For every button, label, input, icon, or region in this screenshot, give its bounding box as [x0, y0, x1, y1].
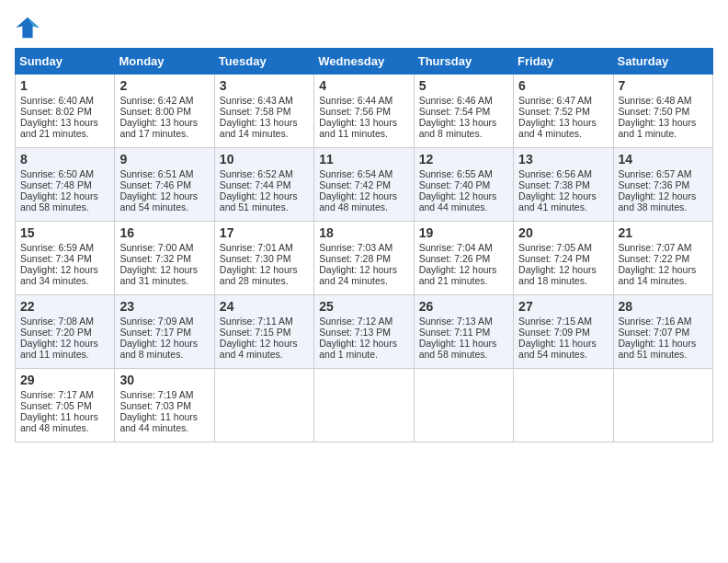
day-number: 13 — [518, 152, 608, 167]
day-info-line: Daylight: 13 hours — [518, 117, 608, 128]
calendar-cell: 19Sunrise: 7:04 AMSunset: 7:26 PMDayligh… — [414, 222, 513, 295]
day-info-line: Sunrise: 7:01 AM — [220, 242, 309, 253]
day-info-line: Daylight: 12 hours — [119, 338, 209, 349]
day-info-line: Sunrise: 7:17 AM — [20, 389, 109, 400]
calendar-cell: 9Sunrise: 6:51 AMSunset: 7:46 PMDaylight… — [115, 148, 214, 222]
day-info-line: and 14 minutes. — [220, 128, 309, 139]
day-info-line: Daylight: 12 hours — [518, 190, 608, 201]
day-number: 30 — [119, 373, 209, 387]
day-number: 25 — [319, 299, 408, 314]
day-info-line: Daylight: 12 hours — [619, 190, 708, 201]
day-info-line: Sunset: 7:50 PM — [619, 106, 708, 117]
day-info-line: Daylight: 12 hours — [619, 264, 708, 275]
day-info-line: and 1 minute. — [319, 349, 408, 360]
calendar-cell: 16Sunrise: 7:00 AMSunset: 7:32 PMDayligh… — [115, 222, 214, 295]
calendar-cell: 3Sunrise: 6:43 AMSunset: 7:58 PMDaylight… — [214, 75, 313, 148]
calendar-cell: 22Sunrise: 7:08 AMSunset: 7:20 PMDayligh… — [16, 295, 115, 369]
calendar-cell: 13Sunrise: 6:56 AMSunset: 7:38 PMDayligh… — [514, 148, 613, 222]
calendar-cell: 7Sunrise: 6:48 AMSunset: 7:50 PMDaylight… — [613, 75, 712, 148]
day-info-line: Sunrise: 7:05 AM — [518, 242, 608, 253]
calendar-cell: 21Sunrise: 7:07 AMSunset: 7:22 PMDayligh… — [613, 222, 712, 295]
day-info-line: Daylight: 12 hours — [119, 264, 209, 275]
calendar-cell: 30Sunrise: 7:19 AMSunset: 7:03 PMDayligh… — [115, 369, 214, 442]
day-number: 2 — [119, 78, 209, 93]
day-info-line: Sunset: 7:22 PM — [619, 253, 708, 264]
day-info-line: and 24 minutes. — [319, 275, 408, 286]
day-number: 23 — [119, 299, 209, 314]
day-info-line: Sunrise: 7:16 AM — [619, 316, 708, 327]
day-number: 24 — [220, 299, 309, 314]
day-info-line: and 14 minutes. — [619, 275, 708, 286]
calendar-cell: 29Sunrise: 7:17 AMSunset: 7:05 PMDayligh… — [16, 369, 115, 442]
day-info-line: and 48 minutes. — [319, 201, 408, 213]
day-number: 3 — [220, 78, 309, 93]
calendar-cell — [613, 369, 712, 442]
day-info-line: Sunrise: 7:04 AM — [419, 242, 508, 253]
day-info-line: Sunrise: 6:52 AM — [220, 168, 309, 179]
day-info-line: Sunrise: 7:03 AM — [319, 242, 408, 253]
day-number: 11 — [319, 152, 408, 167]
day-info-line: Sunrise: 7:15 AM — [518, 316, 608, 327]
day-info-line: and 8 minutes. — [419, 128, 508, 139]
col-header-thursday: Thursday — [414, 49, 513, 75]
calendar-cell: 5Sunrise: 6:46 AMSunset: 7:54 PMDaylight… — [414, 75, 513, 148]
day-info-line: Daylight: 13 hours — [119, 117, 209, 128]
day-info-line: Sunrise: 7:11 AM — [220, 316, 309, 327]
day-info-line: Daylight: 13 hours — [619, 117, 708, 128]
calendar-cell: 20Sunrise: 7:05 AMSunset: 7:24 PMDayligh… — [514, 222, 613, 295]
calendar-week-row: 1Sunrise: 6:40 AMSunset: 8:02 PMDaylight… — [16, 75, 713, 148]
calendar-cell: 1Sunrise: 6:40 AMSunset: 8:02 PMDaylight… — [16, 75, 115, 148]
day-info-line: Daylight: 12 hours — [419, 264, 508, 275]
day-info-line: Sunrise: 7:09 AM — [119, 316, 209, 327]
page-header — [15, 15, 713, 40]
day-info-line: Daylight: 12 hours — [20, 190, 109, 201]
day-info-line: Sunset: 7:07 PM — [619, 327, 708, 338]
day-info-line: Daylight: 11 hours — [419, 338, 508, 349]
day-info-line: and 21 minutes. — [20, 128, 109, 139]
day-info-line: Sunset: 7:03 PM — [119, 400, 209, 411]
day-number: 21 — [619, 225, 708, 240]
day-info-line: and 11 minutes. — [319, 128, 408, 139]
day-number: 14 — [619, 152, 708, 167]
calendar-cell: 23Sunrise: 7:09 AMSunset: 7:17 PMDayligh… — [115, 295, 214, 369]
calendar-cell: 2Sunrise: 6:42 AMSunset: 8:00 PMDaylight… — [115, 75, 214, 148]
day-info-line: Sunrise: 7:19 AM — [119, 389, 209, 400]
day-info-line: Sunset: 7:48 PM — [20, 179, 109, 190]
calendar-cell: 10Sunrise: 6:52 AMSunset: 7:44 PMDayligh… — [214, 148, 313, 222]
day-info-line: Daylight: 12 hours — [20, 338, 109, 349]
calendar-table: SundayMondayTuesdayWednesdayThursdayFrid… — [15, 48, 713, 442]
day-info-line: Sunset: 7:54 PM — [419, 106, 508, 117]
day-info-line: Daylight: 12 hours — [419, 190, 508, 201]
day-info-line: and 54 minutes. — [518, 349, 608, 360]
day-info-line: Sunrise: 6:47 AM — [518, 95, 608, 106]
day-info-line: and 11 minutes. — [20, 349, 109, 360]
day-info-line: and 28 minutes. — [220, 275, 309, 286]
day-info-line: Sunrise: 6:59 AM — [20, 242, 109, 253]
day-info-line: and 51 minutes. — [619, 349, 708, 360]
day-info-line: Sunset: 7:30 PM — [220, 253, 309, 264]
day-info-line: Sunset: 7:38 PM — [518, 179, 608, 190]
day-info-line: Sunrise: 7:13 AM — [419, 316, 508, 327]
day-info-line: Sunset: 7:24 PM — [518, 253, 608, 264]
day-number: 7 — [619, 78, 708, 93]
day-info-line: and 17 minutes. — [119, 128, 209, 139]
day-info-line: Sunset: 7:34 PM — [20, 253, 109, 264]
day-info-line: Sunset: 7:44 PM — [220, 179, 309, 190]
day-number: 10 — [220, 152, 309, 167]
day-info-line: Sunset: 7:36 PM — [619, 179, 708, 190]
day-info-line: Sunset: 7:42 PM — [319, 179, 408, 190]
day-info-line: and 4 minutes. — [220, 349, 309, 360]
calendar-week-row: 29Sunrise: 7:17 AMSunset: 7:05 PMDayligh… — [16, 369, 713, 442]
col-header-friday: Friday — [514, 49, 613, 75]
calendar-cell: 11Sunrise: 6:54 AMSunset: 7:42 PMDayligh… — [314, 148, 414, 222]
day-number: 6 — [518, 78, 608, 93]
day-info-line: Sunrise: 6:46 AM — [419, 95, 508, 106]
calendar-week-row: 15Sunrise: 6:59 AMSunset: 7:34 PMDayligh… — [16, 222, 713, 295]
day-info-line: Daylight: 12 hours — [319, 190, 408, 201]
day-info-line: and 54 minutes. — [119, 201, 209, 213]
calendar-cell: 6Sunrise: 6:47 AMSunset: 7:52 PMDaylight… — [514, 75, 613, 148]
day-info-line: Daylight: 11 hours — [20, 411, 109, 422]
calendar-cell: 12Sunrise: 6:55 AMSunset: 7:40 PMDayligh… — [414, 148, 513, 222]
calendar-cell: 28Sunrise: 7:16 AMSunset: 7:07 PMDayligh… — [613, 295, 712, 369]
day-info-line: and 34 minutes. — [20, 275, 109, 286]
